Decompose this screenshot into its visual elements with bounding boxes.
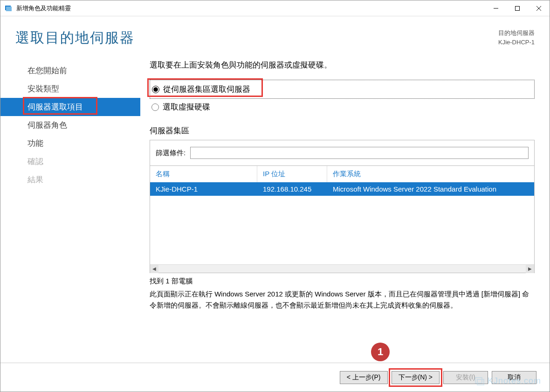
col-name[interactable]: 名稱 [150,166,257,182]
install-button: 安裝(I) [443,371,488,384]
filter-label: 篩選條件: [156,149,186,158]
radio-vhd-label: 選取虛擬硬碟 [163,102,210,112]
horizontal-scrollbar[interactable]: ◀ ▶ [150,264,534,273]
col-os[interactable]: 作業系統 [327,166,534,182]
selection-radio-group: 從伺服器集區選取伺服器 選取虛擬硬碟 [150,80,535,115]
sidebar-item-install-type[interactable]: 安裝類型 [0,80,140,98]
found-count-text: 找到 1 部電腦 [150,277,535,286]
wizard-content: 在您開始前 安裝類型 伺服器選取項目 伺服器角色 功能 確認 結果 選取要在上面… [0,52,550,346]
instruction-text: 選取要在上面安裝角色與功能的伺服器或虛擬硬碟。 [150,60,535,70]
filter-row: 篩選條件: [150,140,534,165]
radio-from-pool[interactable] [152,86,159,93]
sidebar-item-server-roles[interactable]: 伺服器角色 [0,116,140,134]
radio-vhd-row[interactable]: 選取虛擬硬碟 [150,99,535,115]
target-label: 目的地伺服器 [498,28,535,38]
next-button[interactable]: 下一步(N) > [392,371,440,384]
table-body: KJie-DHCP-1 192.168.10.245 Microsoft Win… [150,182,534,264]
target-server-name: KJie-DHCP-1 [498,38,535,47]
scroll-left-icon[interactable]: ◀ [150,265,158,273]
server-pool-panel: 篩選條件: 名稱 IP 位址 作業系統 KJie-DHCP-1 192.168.… [150,140,535,273]
scroll-right-icon[interactable]: ▶ [526,265,534,273]
server-pool-label: 伺服器集區 [150,125,535,136]
table-header: 名稱 IP 位址 作業系統 [150,166,534,182]
col-ip[interactable]: IP 位址 [257,166,327,182]
sidebar-item-confirmation: 確認 [0,152,140,171]
sidebar-item-server-selection[interactable]: 伺服器選取項目 [0,98,140,116]
callout-badge-1: 1 [371,343,390,361]
radio-from-pool-label: 從伺服器集區選取伺服器 [163,84,250,95]
wizard-sidebar: 在您開始前 安裝類型 伺服器選取項目 伺服器角色 功能 確認 結果 [0,52,140,346]
sidebar-item-features[interactable]: 功能 [0,134,140,152]
cell-os: Microsoft Windows Server 2022 Standard E… [327,182,534,196]
wizard-header: 選取目的地伺服器 目的地伺服器 KJie-DHCP-1 [0,16,550,52]
window-controls [485,0,550,16]
window-title: 新增角色及功能精靈 [16,4,485,13]
table-row[interactable]: KJie-DHCP-1 192.168.10.245 Microsoft Win… [150,182,534,196]
sidebar-item-before-begin[interactable]: 在您開始前 [0,62,140,80]
filter-input[interactable] [190,147,529,159]
cancel-button[interactable]: 取消 [492,371,536,384]
app-icon [4,4,13,13]
minimize-button[interactable] [485,0,507,16]
radio-vhd[interactable] [151,103,159,111]
close-button[interactable] [528,0,550,16]
previous-button[interactable]: < 上一步(P) [340,371,388,384]
svg-rect-3 [516,6,520,10]
server-table: 名稱 IP 位址 作業系統 KJie-DHCP-1 192.168.10.245… [150,165,534,273]
wizard-main: 選取要在上面安裝角色與功能的伺服器或虛擬硬碟。 從伺服器集區選取伺服器 選取虛擬… [140,52,550,346]
target-server-info: 目的地伺服器 KJie-DHCP-1 [498,28,535,47]
maximize-button[interactable] [507,0,528,16]
wizard-footer: < 上一步(P) 下一步(N) > 安裝(I) 取消 [0,363,550,392]
page-title: 選取目的地伺服器 [15,28,135,48]
radio-from-pool-row[interactable]: 從伺服器集區選取伺服器 [150,81,533,97]
titlebar: 新增角色及功能精靈 [0,0,550,16]
cell-ip: 192.168.10.245 [257,182,327,196]
cell-name: KJie-DHCP-1 [150,182,257,196]
description-text: 此頁面顯示正在執行 Windows Server 2012 或更新的 Windo… [150,289,535,311]
sidebar-item-results: 結果 [0,171,140,189]
svg-rect-1 [6,7,12,11]
